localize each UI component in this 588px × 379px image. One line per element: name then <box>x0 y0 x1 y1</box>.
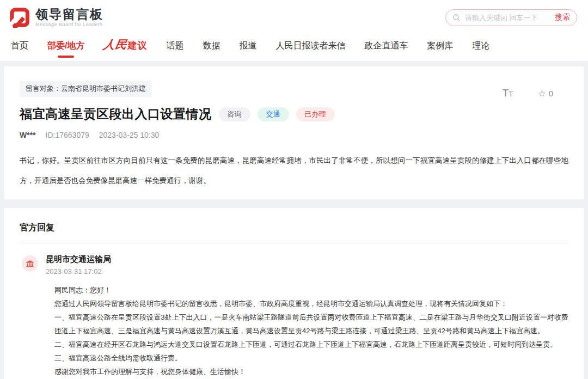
nav-gov-business[interactable]: 政企直通车 <box>364 40 408 52</box>
nav-data[interactable]: 数据 <box>203 40 220 52</box>
nav-ministries-regions[interactable]: 部委/地方 <box>47 40 84 52</box>
star-icon: ☆ <box>538 88 546 99</box>
top-bar: 领导留言板 Message Board for Leaders 搜索 <box>0 0 588 28</box>
reply-paragraph: 感谢您对我市工作的理解与支持，祝您身体健康、生活愉快！ <box>54 365 568 378</box>
nav-home[interactable]: 首页 <box>11 40 28 52</box>
favorite-button[interactable]: ☆0 <box>538 88 553 99</box>
tag-traffic: 交通 <box>258 107 289 121</box>
font-size-icon[interactable]: TT <box>503 87 513 99</box>
logo-subtitle: Message Board for Leaders <box>35 22 103 27</box>
logo-icon <box>10 7 30 28</box>
message-meta: W*** ID:17663079 2023-03-25 10:30 <box>20 131 568 139</box>
tag-consult: 咨询 <box>219 107 250 121</box>
message-actions: TT ☆0 <box>503 87 553 99</box>
reply-paragraph: 一、福宜高速公路在呈贡区段设置3处上下出入口，一是火车南站梁王路隧道前后共设置两… <box>54 310 568 338</box>
message-id: ID:17663079 <box>46 131 89 139</box>
main-nav: 首页 部委/地方 人民建议 话题 数据 报道 人民日报读者来信 政企直通车 案例… <box>0 28 588 61</box>
agency-info: 昆明市交通运输局 2023-03-31 17:02 <box>46 254 111 276</box>
message-date: 2023-03-25 10:30 <box>99 131 160 139</box>
agency-name: 昆明市交通运输局 <box>46 254 111 265</box>
official-reply-card: 官方回复 昆明市交通运输局 2023-03-31 17:02 网民同志：您好！ <box>4 208 584 379</box>
reply-paragraph: 三、福宜高速公路全线均需收取通行费。 <box>54 351 568 365</box>
nav-reports[interactable]: 报道 <box>239 40 256 52</box>
divider <box>20 243 568 243</box>
nav-theory[interactable]: 理论 <box>472 40 489 52</box>
nav-people-suggestions[interactable]: 人民建议 <box>103 37 147 52</box>
site-logo[interactable]: 领导留言板 Message Board for Leaders <box>10 7 103 28</box>
nav-reader-letters[interactable]: 人民日报读者来信 <box>275 40 345 52</box>
nav-case-library[interactable]: 案例库 <box>427 40 453 52</box>
message-body: 书记，你好。呈贡区前往市区方向目前只有这一条免费的昆磨高速，昆磨高速经常拥堵，市… <box>20 150 568 191</box>
tag-status-done: 已办理 <box>296 107 335 121</box>
message-title: 福宜高速呈贡区段出入口设置情况 <box>20 106 212 123</box>
reply-paragraph: 二、福宜高速在经开区石龙路与鸿运大道交叉口设置石龙路上下匝道，可通过石龙路上下匝… <box>54 338 568 351</box>
logo-text: 领导留言板 Message Board for Leaders <box>35 8 103 27</box>
people-suggestions-logo-part1: 人民 <box>102 37 129 52</box>
search-input[interactable] <box>465 14 550 22</box>
message-author: W*** <box>20 131 36 139</box>
agency-avatar <box>22 255 38 272</box>
reply-paragraph: 您通过人民网领导留言板给昆明市委书记的留言收悉，昆明市委、市政府高度重视，经昆明… <box>54 297 568 310</box>
message-target-tag: 留言对象：云南省昆明市委书记刘洪建 <box>20 81 152 97</box>
reply-date: 2023-03-31 17:02 <box>46 267 111 276</box>
reply-body: 网民同志：您好！ 您通过人民网领导留言板给昆明市委书记的留言收悉，昆明市委、市政… <box>54 283 568 378</box>
favorite-count: 0 <box>549 89 553 98</box>
search-button[interactable]: 搜索 <box>555 13 570 22</box>
people-suggestions-logo-part2: 建议 <box>127 40 147 51</box>
reply-section-title: 官方回复 <box>20 222 568 234</box>
government-building-icon <box>26 259 34 268</box>
main-content: 留言对象：云南省昆明市委书记刘洪建 TT ☆0 福宜高速呈贡区段出入口设置情况 … <box>0 66 588 379</box>
reply-header: 昆明市交通运输局 2023-03-31 17:02 <box>20 254 568 276</box>
reply-paragraph: 网民同志：您好！ <box>54 283 568 297</box>
message-title-row: 福宜高速呈贡区段出入口设置情况 咨询 交通 已办理 <box>20 106 568 123</box>
search-icon <box>452 14 461 22</box>
message-card: 留言对象：云南省昆明市委书记刘洪建 TT ☆0 福宜高速呈贡区段出入口设置情况 … <box>4 66 584 199</box>
site-header: 领导留言板 Message Board for Leaders 搜索 首页 部委… <box>0 0 588 61</box>
logo-title: 领导留言板 <box>35 8 103 21</box>
search-box[interactable]: 搜索 <box>445 9 577 26</box>
nav-topics[interactable]: 话题 <box>166 40 183 52</box>
